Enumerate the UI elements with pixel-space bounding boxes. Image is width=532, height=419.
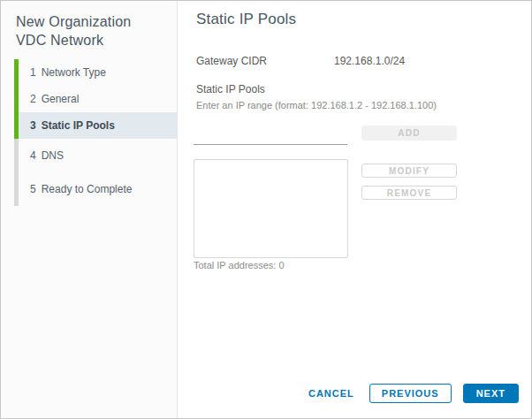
remove-button[interactable]: REMOVE <box>361 186 457 200</box>
step-label: Ready to Complete <box>42 183 133 195</box>
modify-button[interactable]: MODIFY <box>361 164 457 178</box>
previous-button[interactable]: PREVIOUS <box>369 384 452 403</box>
step-label: DNS <box>42 149 64 162</box>
step-label: Static IP Pools <box>42 119 115 132</box>
gateway-cidr-label: Gateway CIDR <box>196 55 334 67</box>
step-number: 1 <box>30 59 36 86</box>
cancel-button[interactable]: CANCEL <box>305 384 358 403</box>
step-number: 4 <box>30 139 36 172</box>
step-number: 5 <box>30 172 36 206</box>
step-ready-to-complete[interactable]: 5Ready to Complete <box>14 172 177 206</box>
wizard-main-panel: Static IP Pools Gateway CIDR 192.168.1.0… <box>178 1 531 418</box>
step-label: Network Type <box>42 66 106 79</box>
step-number: 3 <box>30 112 36 139</box>
new-org-vdc-network-wizard: New Organization VDC Network 1Network Ty… <box>1 1 531 418</box>
step-label: General <box>42 93 80 105</box>
step-dns[interactable]: 4DNS <box>14 139 177 172</box>
page-title: Static IP Pools <box>196 11 296 28</box>
step-general[interactable]: 2General <box>14 86 177 112</box>
total-ip-addresses-text: Total IP addresses: 0 <box>194 260 285 270</box>
add-button[interactable]: ADD <box>361 126 457 141</box>
static-ip-pools-section-label: Static IP Pools <box>196 83 265 95</box>
wizard-title: New Organization VDC Network <box>1 1 177 50</box>
step-network-type[interactable]: 1Network Type <box>14 59 177 86</box>
step-static-ip-pools[interactable]: 3Static IP Pools <box>14 112 177 139</box>
ip-range-input[interactable] <box>194 130 347 145</box>
gateway-cidr-value: 192.168.1.0/24 <box>334 55 405 67</box>
gateway-cidr-row: Gateway CIDR 192.168.1.0/24 <box>196 55 405 67</box>
ip-pool-listbox[interactable] <box>194 159 348 258</box>
wizard-steps: 1Network Type 2General 3Static IP Pools … <box>14 59 177 206</box>
wizard-sidebar: New Organization VDC Network 1Network Ty… <box>1 1 178 418</box>
ip-range-format-hint: Enter an IP range (format: 192.168.1.2 -… <box>196 100 437 110</box>
step-number: 2 <box>30 86 36 112</box>
next-button[interactable]: NEXT <box>463 384 519 403</box>
wizard-footer-actions: CANCEL PREVIOUS NEXT <box>305 384 519 403</box>
